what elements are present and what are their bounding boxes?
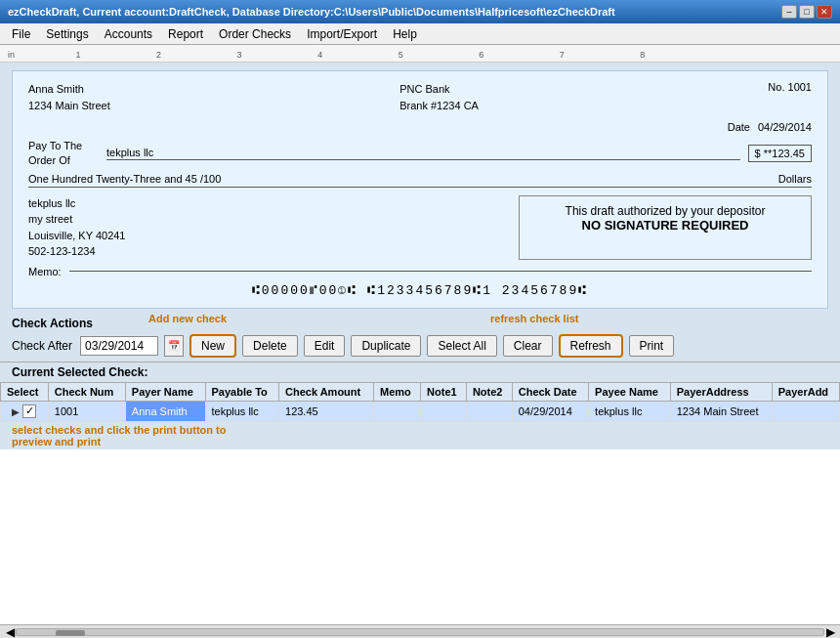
cell-payer-address: 1234 Main Street bbox=[670, 401, 772, 421]
delete-button[interactable]: Delete bbox=[242, 335, 298, 357]
bank-name: PNC Bank bbox=[399, 81, 479, 98]
scrollbar-track[interactable] bbox=[16, 628, 824, 636]
col-payer-name: Payer Name bbox=[125, 382, 205, 401]
col-memo: Memo bbox=[373, 382, 420, 401]
ruler-mark-7: 7 bbox=[560, 50, 565, 60]
addr-line4: 502-123-1234 bbox=[28, 243, 125, 260]
payto-label: Pay To The Order Of bbox=[28, 139, 106, 169]
minimize-button[interactable]: – bbox=[781, 5, 797, 19]
calendar-button[interactable]: 📅 bbox=[164, 335, 184, 357]
payto-name: tekplus llc bbox=[106, 147, 740, 160]
edit-button[interactable]: Edit bbox=[304, 335, 346, 357]
cell-memo bbox=[373, 401, 420, 421]
cell-note1 bbox=[421, 401, 467, 421]
addr-line3: Louisville, KY 40241 bbox=[28, 228, 125, 244]
ruler-mark-3: 3 bbox=[237, 50, 242, 60]
col-note2: Note2 bbox=[466, 382, 512, 401]
menu-import-export[interactable]: Import/Export bbox=[299, 25, 385, 43]
memo-label: Memo: bbox=[28, 266, 62, 277]
dollars-label: Dollars bbox=[778, 173, 812, 185]
cell-payable-to: tekplus llc bbox=[205, 401, 279, 421]
col-payer-address: PayerAddress bbox=[670, 382, 772, 401]
col-check-num: Check Num bbox=[48, 382, 125, 401]
sender-name: Anna Smith bbox=[28, 81, 110, 98]
bank-branch: Brank #1234 CA bbox=[399, 98, 479, 114]
check-header: Anna Smith 1234 Main Street PNC Bank Bra… bbox=[28, 81, 812, 113]
scroll-left-button[interactable]: ◀ bbox=[4, 625, 16, 639]
col-payer-add: PayerAdd bbox=[772, 382, 839, 401]
col-note1: Note1 bbox=[421, 382, 467, 401]
check-after-input[interactable] bbox=[80, 336, 158, 356]
cell-check-date: 04/29/2014 bbox=[512, 401, 588, 421]
new-button[interactable]: New bbox=[189, 334, 236, 358]
print-button[interactable]: Print bbox=[629, 335, 675, 357]
title-text: ezCheckDraft, Current account:DraftCheck… bbox=[8, 6, 615, 18]
addr-line2: my street bbox=[28, 211, 125, 228]
table-row[interactable]: ▶ ✓ 1001 Anna Smith tekplus llc 123.45 0… bbox=[1, 401, 840, 421]
menu-accounts[interactable]: Accounts bbox=[97, 25, 160, 43]
check-memo-row: Memo: bbox=[28, 266, 812, 277]
table-title: Current Selected Check: bbox=[0, 362, 840, 382]
menu-order-checks[interactable]: Order Checks bbox=[211, 25, 299, 43]
check-actions: Check Actions Add new check refresh chec… bbox=[0, 313, 840, 362]
date-label: Date bbox=[728, 121, 750, 133]
dollar-sign: $ bbox=[755, 148, 761, 159]
check-middle: tekplus llc my street Louisville, KY 402… bbox=[28, 195, 812, 260]
addr-line1: tekplus llc bbox=[28, 195, 125, 212]
check-number-box: No. 1001 bbox=[768, 81, 812, 113]
cell-check-amount: 123.45 bbox=[279, 401, 374, 421]
check-words-row: One Hundred Twenty-Three and 45 /100 Dol… bbox=[28, 173, 812, 188]
menu-report[interactable]: Report bbox=[160, 25, 211, 43]
date-value: 04/29/2014 bbox=[758, 121, 812, 133]
ruler-mark-5: 5 bbox=[399, 50, 403, 60]
ruler-mark-2: 2 bbox=[156, 50, 161, 60]
title-bar: ezCheckDraft, Current account:DraftCheck… bbox=[0, 0, 840, 23]
col-check-date: Check Date bbox=[512, 382, 588, 401]
actions-title: Check Actions bbox=[12, 317, 828, 330]
clear-button[interactable]: Clear bbox=[503, 335, 553, 357]
cell-check-num: 1001 bbox=[48, 401, 125, 421]
check-amount-box: $ **123.45 bbox=[748, 145, 812, 162]
cell-payer-add bbox=[772, 401, 839, 421]
ruler-mark-4: 4 bbox=[317, 50, 322, 60]
ruler-label: in bbox=[8, 50, 15, 60]
col-check-amount: Check Amount bbox=[279, 382, 374, 401]
check-bank: PNC Bank Brank #1234 CA bbox=[399, 81, 479, 113]
actions-row: Add new check refresh check list Check A… bbox=[12, 334, 828, 358]
memo-line bbox=[69, 271, 812, 272]
close-button[interactable]: ✕ bbox=[817, 5, 832, 19]
horizontal-scrollbar[interactable]: ◀ ▶ bbox=[0, 624, 840, 638]
cell-payer-name: Anna Smith bbox=[125, 401, 205, 421]
maximize-button[interactable]: □ bbox=[799, 5, 815, 19]
check-auth-box: This draft authorized by your depositor … bbox=[519, 195, 812, 260]
table-container[interactable]: Select Check Num Payer Name Payable To C… bbox=[0, 382, 840, 422]
duplicate-button[interactable]: Duplicate bbox=[351, 335, 421, 357]
row-arrow-cell: ▶ ✓ bbox=[1, 401, 49, 421]
menu-settings[interactable]: Settings bbox=[38, 25, 96, 43]
row-checkbox[interactable]: ✓ bbox=[22, 404, 36, 418]
col-payee-name: Payee Name bbox=[589, 382, 671, 401]
check-date-row: Date 04/29/2014 bbox=[28, 121, 812, 133]
check-after-label: Check After bbox=[12, 339, 72, 353]
menu-bar: File Settings Accounts Report Order Chec… bbox=[0, 23, 840, 45]
ruler-mark-8: 8 bbox=[640, 50, 645, 60]
col-select: Select bbox=[1, 382, 49, 401]
ruler-content: in 1 2 3 4 5 6 7 8 bbox=[8, 50, 840, 62]
check-micr: ⑆00000⑈00①⑆ ⑆1233456789⑆1 23456789⑆ bbox=[28, 283, 812, 298]
ruler-mark-1: 1 bbox=[76, 50, 81, 60]
select-all-button[interactable]: Select All bbox=[427, 335, 496, 357]
check-address: tekplus llc my street Louisville, KY 402… bbox=[28, 195, 125, 260]
col-payable-to: Payable To bbox=[205, 382, 279, 401]
scrollbar-thumb[interactable] bbox=[56, 630, 85, 636]
check-preview: Anna Smith 1234 Main Street PNC Bank Bra… bbox=[12, 70, 828, 309]
menu-help[interactable]: Help bbox=[385, 25, 425, 43]
scroll-right-button[interactable]: ▶ bbox=[824, 625, 836, 639]
row-arrow-icon: ▶ bbox=[12, 405, 20, 416]
check-amount: **123.45 bbox=[764, 148, 805, 159]
refresh-button[interactable]: Refresh bbox=[559, 334, 623, 358]
menu-file[interactable]: File bbox=[4, 25, 38, 43]
ruler: in 1 2 3 4 5 6 7 8 bbox=[0, 45, 840, 63]
main-area: Anna Smith 1234 Main Street PNC Bank Bra… bbox=[0, 63, 840, 638]
add-new-check-annotation: Add new check bbox=[148, 313, 227, 324]
auth-text: This draft authorized by your depositor bbox=[531, 204, 799, 218]
